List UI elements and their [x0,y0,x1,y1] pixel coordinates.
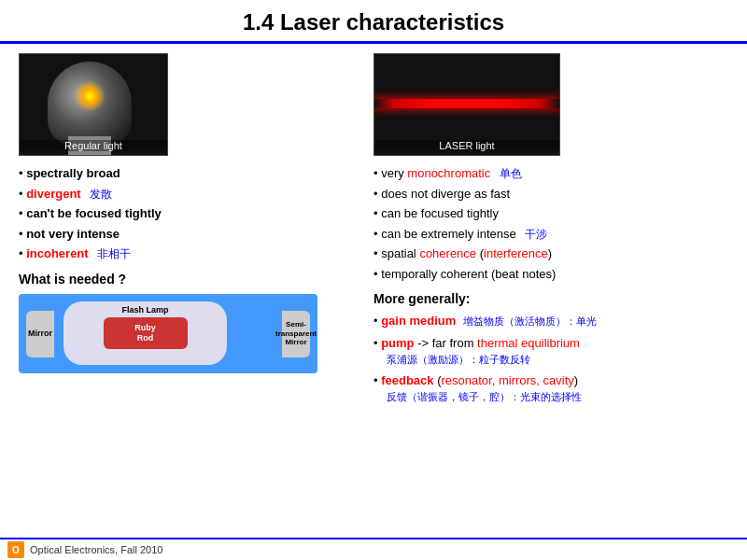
highlight-monochromatic: monochromatic [407,166,490,180]
highlight-resonator: resonator, mirrors, cavity [442,373,574,387]
feedback-bold: feedback [381,373,433,387]
note-incoherent: 非相干 [97,247,131,260]
m-bullet-gain: gain medium 增益物质（激活物质）：单光 [374,310,728,332]
bullet-text-4: not very intense [26,227,120,241]
bullet-text-2: divergent [26,187,81,201]
r-bullet-coherence: spatial coherence (interference) [374,244,728,264]
m-bullet-pump: pump -> far from thermal equilibrium 泵浦源… [374,332,728,370]
footer-icon: O [7,541,24,558]
m-bullet-feedback: feedback (resonator, mirrors, cavity) 反馈… [374,370,728,407]
more-generally-label: More generally: [374,291,728,306]
more-generally-section: More generally: gain medium 增益物质（激活物质）：单… [374,291,728,407]
more-bullet-list: gain medium 增益物质（激活物质）：单光 pump -> far fr… [374,310,728,407]
right-bullet-list: very monochromatic 单色 does not diverge a… [374,163,728,284]
bullet-incoherent: incoherent 非相干 [19,244,355,264]
left-column: Regular light spectrally broad divergent… [19,53,355,411]
main-content: Regular light spectrally broad divergent… [0,44,747,420]
footer: O Optical Electronics, Fall 2010 [0,538,747,560]
note-divergent: 发散 [90,188,112,201]
r-bullet-temporal: temporally coherent (beat notes) [374,264,728,285]
bullet-text-1: spectrally broad [26,166,120,180]
bulb-glow [74,80,106,112]
highlight-thermal: thermal equilibrium [477,336,580,350]
flash-lamp-wrap: Flash Lamp RubyRod [63,301,227,365]
bullet-divergent: divergent 发散 [19,184,355,204]
mirror-left-label: Mirror [28,329,52,339]
laser-light-image: LASER light [374,53,560,156]
mirror-right-label: Semi-transparentMirror [275,320,317,347]
r-bullet-diverge: does not diverge as fast [374,184,728,204]
bullet-focused: can't be focused tightly [19,203,355,224]
regular-light-image: Regular light [19,53,168,156]
note-feedback: 反馈（谐振器，镜子，腔）：光束的选择性 [374,389,728,405]
footer-icon-label: O [12,545,20,555]
mirror-left: Mirror [26,311,54,357]
what-needed-label: What is needed ? [19,272,355,287]
regular-light-label: Regular light [20,140,167,151]
highlight-coherence: coherence [419,246,476,260]
gain-medium-bold: gain medium [381,314,456,328]
note-gain: 增益物质（激活物质）：单光 [463,315,597,327]
mirror-right: Semi-transparentMirror [282,311,310,357]
bullet-spectrally-broad: spectrally broad [19,163,355,184]
laser-beam [374,99,559,108]
ruby-rod: RubyRod [104,317,188,349]
note-pump: 泵浦源（激励源）：粒子数反转 [374,352,728,368]
bullet-intense: not very intense [19,224,355,245]
flash-lamp-label: Flash Lamp [63,305,227,315]
laser-light-label: LASER light [374,140,559,151]
highlight-interference: interference [484,246,548,260]
note-intense: 干涉 [525,228,547,241]
left-bullet-list: spectrally broad divergent 发散 can't be f… [19,163,355,264]
footer-text: Optical Electronics, Fall 2010 [30,544,162,555]
bullet-text-5: incoherent [26,246,88,260]
images-row: Regular light [19,53,355,156]
bullet-text-3: can't be focused tightly [26,206,162,220]
r-bullet-intense: can be extremely intense 干涉 [374,224,728,245]
note-monochromatic: 单色 [500,167,522,180]
page-title: 1.4 Laser characteristics [0,0,747,41]
right-column: LASER light very monochromatic 单色 does n… [374,53,728,411]
r-bullet-focus: can be focused tightly [374,203,728,224]
pump-bold: pump [381,336,414,350]
r-bullet-monochromatic: very monochromatic 单色 [374,163,728,184]
laser-image-wrap: LASER light [374,53,728,156]
laser-diagram: Mirror Flash Lamp RubyRod Semi-transpare… [19,294,317,373]
